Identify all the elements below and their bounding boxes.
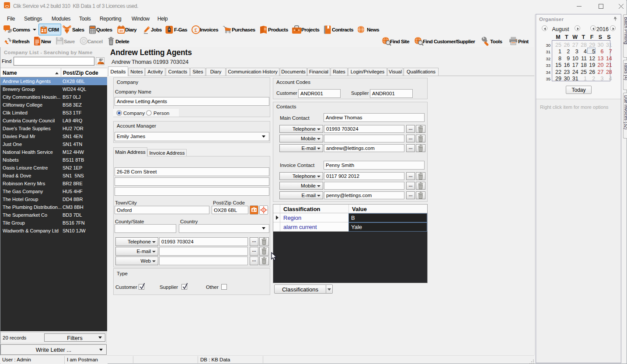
svg-text:£: £ — [195, 27, 198, 33]
svg-text:30: 30 — [119, 29, 123, 33]
